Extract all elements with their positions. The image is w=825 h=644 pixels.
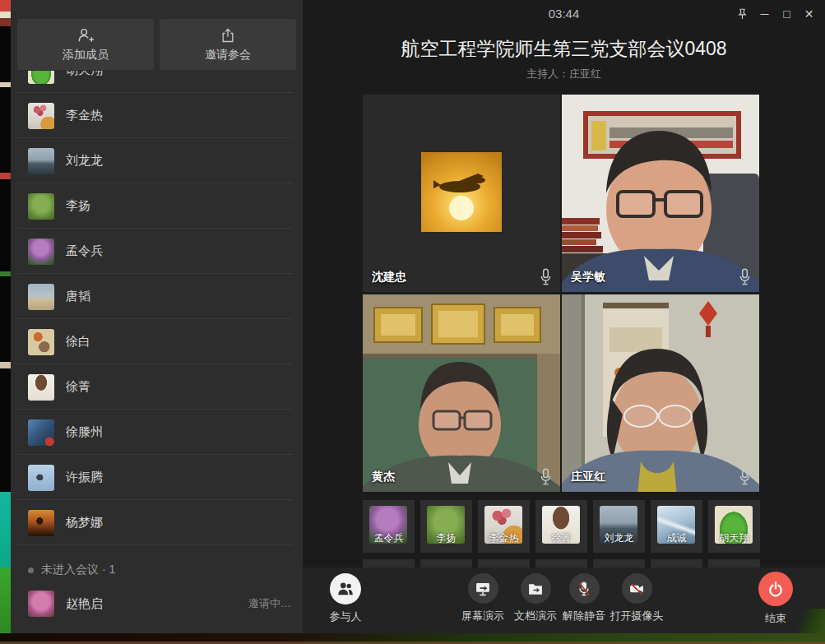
member-name: 徐菁 xyxy=(66,379,90,395)
close-button[interactable]: ✕ xyxy=(798,4,820,24)
pin-button[interactable] xyxy=(731,4,753,24)
meeting-main: ─ □ ✕ 03:44 航空工程学院师生第三党支部会议0408 主持人：庄亚红 xyxy=(303,0,825,633)
member-avatar xyxy=(28,465,54,491)
member-row[interactable]: 许振腾 xyxy=(11,455,303,500)
tile-participant-name: 庄亚红 xyxy=(571,470,605,484)
member-name: 赵艳启 xyxy=(66,596,103,612)
participant-thumbnail[interactable]: 刘龙龙 xyxy=(593,500,645,553)
desktop-wallpaper-strip xyxy=(0,633,825,644)
video-tile[interactable]: 黄杰 xyxy=(363,294,560,492)
participant-thumbnail[interactable]: 李金热 xyxy=(478,500,530,553)
meeting-window: 添加成员 邀请参会 胡天翔 李金热 刘龙龙 xyxy=(0,0,825,644)
mic-icon xyxy=(540,468,552,485)
participants-icon xyxy=(336,581,355,597)
member-avatar xyxy=(28,374,54,401)
participant-thumbnail[interactable]: 李扬 xyxy=(420,500,472,553)
member-row[interactable]: 孟令兵 xyxy=(11,229,303,274)
member-row[interactable]: 杨梦娜 xyxy=(11,500,303,545)
tile-participant-name: 黄杰 xyxy=(372,470,395,484)
person-add-icon xyxy=(76,27,95,44)
member-row[interactable]: 徐滕州 xyxy=(11,410,303,455)
screen-share-icon xyxy=(475,581,491,597)
participant-video-office xyxy=(562,95,759,292)
member-avatar xyxy=(28,510,54,536)
pin-icon xyxy=(736,7,749,21)
tile-participant-name: 吴学敏 xyxy=(571,270,605,285)
thumbnail-name: 成诚 xyxy=(651,531,702,545)
member-name: 孟令兵 xyxy=(66,243,103,259)
member-name: 唐韬 xyxy=(66,289,90,304)
thumbnail-name: 孟令兵 xyxy=(363,531,415,545)
camera-on-button[interactable]: 打开摄像头 xyxy=(597,573,676,623)
member-name: 杨梦娜 xyxy=(66,515,103,530)
member-name: 徐滕州 xyxy=(66,424,103,440)
member-row[interactable]: 李金热 xyxy=(11,93,303,138)
not-joined-dot xyxy=(28,568,34,573)
member-avatar xyxy=(28,591,54,617)
video-tile[interactable]: 吴学敏 xyxy=(562,95,759,292)
participants-label: 参与人 xyxy=(306,609,385,624)
thumbnail-name: 徐菁 xyxy=(535,531,587,545)
thumbnail-name: 李扬 xyxy=(420,531,472,545)
thumbnail-name: 李金热 xyxy=(478,531,530,545)
background-desktop-sliver xyxy=(0,0,11,633)
maximize-button[interactable]: □ xyxy=(776,4,798,24)
meeting-title: 航空工程学院师生第三党支部会议0408 xyxy=(303,36,825,62)
participant-thumbnail[interactable]: 徐菁 xyxy=(535,500,587,553)
member-row[interactable]: 刘龙龙 xyxy=(11,138,303,183)
thumbnail-strip-partial-row xyxy=(363,559,760,568)
participant-video-home xyxy=(562,294,759,492)
member-avatar xyxy=(28,103,54,129)
thumbnail-strip: 孟令兵 李扬 李金热 徐菁 刘龙龙 成诚 xyxy=(363,500,760,553)
pending-member-row[interactable]: 赵艳启 邀请中… xyxy=(11,581,303,627)
member-row[interactable]: 唐韬 xyxy=(11,274,303,319)
doc-share-icon xyxy=(527,581,544,597)
member-name: 徐白 xyxy=(66,334,90,350)
add-member-label: 添加成员 xyxy=(63,48,109,63)
member-list: 胡天翔 李金热 刘龙龙 李扬 孟令兵 唐韬 xyxy=(11,48,303,545)
member-name: 许振腾 xyxy=(66,470,103,485)
participants-button[interactable]: 参与人 xyxy=(306,573,385,624)
mic-icon xyxy=(739,468,751,485)
member-row[interactable]: 徐菁 xyxy=(11,364,303,410)
mic-icon xyxy=(739,268,751,285)
meeting-host: 主持人：庄亚红 xyxy=(303,67,825,81)
desktop-wallpaper-corner xyxy=(791,609,825,633)
member-avatar xyxy=(28,148,54,174)
not-joined-label: 未进入会议 · 1 xyxy=(41,563,115,577)
participants-sidebar: 添加成员 邀请参会 胡天翔 李金热 刘龙龙 xyxy=(11,0,303,633)
member-avatar xyxy=(28,193,54,220)
member-name: 李扬 xyxy=(66,198,90,214)
member-avatar xyxy=(28,419,54,446)
video-tile[interactable]: 沈建忠 xyxy=(363,95,560,292)
camera-on-label: 打开摄像头 xyxy=(597,609,676,623)
not-joined-section: 未进入会议 · 1 xyxy=(28,563,115,577)
participant-thumbnail[interactable]: 孟令兵 xyxy=(363,500,415,553)
invite-button[interactable]: 邀请参会 xyxy=(160,19,296,70)
inviting-status: 邀请中… xyxy=(248,596,291,611)
member-avatar xyxy=(28,239,54,265)
power-icon xyxy=(767,580,785,598)
camera-off-icon xyxy=(628,581,645,597)
member-row[interactable]: 徐白 xyxy=(11,319,303,364)
mic-muted-icon xyxy=(576,581,592,597)
participant-thumbnail[interactable]: 成诚 xyxy=(651,500,702,553)
member-name: 李金热 xyxy=(66,108,103,123)
add-member-button[interactable]: 添加成员 xyxy=(17,19,154,70)
video-grid: 沈建忠 xyxy=(363,95,759,492)
invite-label: 邀请参会 xyxy=(205,48,251,63)
meeting-toolbar: 参与人 屏幕演示 xyxy=(303,568,825,633)
member-avatar xyxy=(28,284,54,310)
participant-thumbnail[interactable]: 胡天翔 xyxy=(708,500,760,553)
participant-video-classroom xyxy=(363,294,560,492)
mic-icon xyxy=(540,268,552,285)
video-tile[interactable]: 庄亚红 xyxy=(562,294,759,492)
sunset-plane-avatar xyxy=(363,95,560,292)
thumbnail-name: 胡天翔 xyxy=(708,531,760,545)
member-name: 刘龙龙 xyxy=(66,153,103,169)
share-invite-icon xyxy=(220,27,236,44)
minimize-button[interactable]: ─ xyxy=(753,4,776,24)
member-row[interactable]: 李扬 xyxy=(11,183,303,229)
tile-participant-name: 沈建忠 xyxy=(372,270,406,285)
sidebar-actions: 添加成员 邀请参会 xyxy=(11,0,303,71)
